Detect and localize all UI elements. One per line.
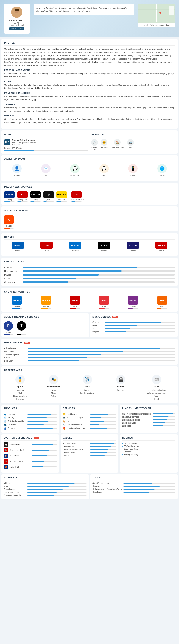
place-label: Mass merchants/department stores: [122, 413, 152, 415]
service-label: Development tools: [67, 424, 89, 426]
value-item: Focus on family: [63, 442, 116, 444]
product-label: Outerwear: [8, 424, 26, 426]
cats-icon: 🐱: [101, 139, 107, 146]
tool-label: Scientific equipment: [92, 482, 122, 484]
pref-item-sports: 🏅 Sports SwimmingGolfRunning/walkingTrac…: [13, 375, 28, 400]
shop-logo: amazon: [41, 296, 51, 305]
genre-item: Jazz: [92, 328, 175, 330]
products-services-places: PRODUCTS 👟 Footwear 💎 Jewelry 👔 Suits/bu…: [1, 405, 178, 433]
comm-label: Email: [44, 174, 48, 176]
work-box: WORK R·C Fitness Sales Consultant Resort…: [4, 133, 88, 151]
media-logo: qz: [43, 191, 54, 198]
work-logo: R·C: [4, 140, 10, 146]
service-bar: [90, 421, 116, 422]
events-values-hobbies: EVENTS/CONFERENCES BETA ⚾ World Series 🎭…: [1, 434, 178, 473]
genre-bar: [105, 325, 175, 326]
value-label: Focus on family: [63, 442, 89, 444]
social-label: Reddit: [6, 225, 12, 227]
work-title: WORK: [4, 133, 88, 137]
services-title: SERVICES: [63, 407, 116, 411]
place-bar: [153, 422, 175, 423]
brand-bar: [12, 252, 24, 253]
event-label: NBA Finals: [10, 466, 30, 468]
svg-text:+: +: [170, 6, 171, 8]
svg-point-10: [160, 12, 161, 14]
avatar: [11, 6, 22, 18]
pref-cat: Movies: [117, 385, 124, 388]
comm-icon: 💬: [70, 164, 80, 173]
brand-item-skechers: Skechers Skechers: [126, 242, 139, 253]
brand-logo: KOHLS: [155, 242, 168, 249]
media-name: NASCAR: [58, 198, 66, 201]
communication-section: COMMUNICATION 👤 In person ✉️ Email 💬 Mes…: [1, 155, 178, 181]
work-company2: Resort Lifestyle Communities: [12, 142, 36, 144]
work-industry: Hospitality: [12, 144, 20, 146]
event-badge: ⚾: [4, 442, 8, 447]
content-item: Reviews: [4, 266, 175, 268]
stream-item-pandora: P Pandora: [4, 321, 13, 335]
shop-bar: [157, 308, 167, 309]
pref-icon: ✈️: [83, 375, 92, 384]
shop-logo: Wayfair: [128, 296, 138, 305]
shop-item-walmart: Walmart Walmart: [12, 296, 22, 309]
product-label: Dresses: [8, 427, 26, 429]
event-item: ⚾ World Series: [4, 442, 57, 447]
events-col: EVENTS/CONFERENCES BETA ⚾ World Series 🎭…: [1, 434, 59, 473]
comm-bar: [99, 178, 109, 178]
media-item-sports-illustrated: SI Sports Illustrated: [70, 191, 84, 202]
value-label: Healthy/fit living: [63, 446, 89, 448]
media-section: MEDIA/NEWS SOURCES Disney Disney VF Vani…: [1, 183, 178, 205]
pref-item-travel: ✈️ Travel BusinessFamily vacations: [80, 375, 95, 400]
shop-bar: [12, 308, 22, 309]
product-bar: [27, 417, 57, 418]
shop-logo: Etsy: [157, 296, 167, 305]
product-icon: 🧥: [4, 424, 6, 426]
event-label: World Series: [10, 444, 30, 446]
interest-bar: [27, 495, 87, 496]
apartment-icon: 🏠: [114, 139, 121, 146]
hobby-item: BBQ/grilling recipes: [122, 445, 175, 447]
shop-item-wayfair: Wayfair Wayfair: [128, 296, 138, 309]
genre-bar: [105, 328, 175, 329]
genres-section: MUSIC GENRES BETA Country Blues Jazz Reg…: [90, 313, 178, 337]
pref-subitems: SwimmingGolfRunning/walkingTrack/field: [13, 389, 27, 400]
interest-item: Navy: [4, 485, 87, 487]
places-col: PLACES LIKELY TO VISIT Mass merchants/de…: [120, 405, 178, 433]
media-item-disney: Disney Disney: [4, 191, 14, 202]
media-name: Vanity Fair: [18, 198, 27, 201]
service-item: 🧺 Laundry: [63, 420, 116, 422]
van-icon: 🚐: [127, 139, 134, 146]
pref-item-entertainment: 🎭 Entertainment DanceMagicActing: [46, 375, 61, 400]
artist-item: Billie Eilish: [4, 360, 175, 362]
service-bar: [90, 428, 116, 429]
content-label: How to guides: [4, 270, 21, 272]
media-name: Gallup: [33, 198, 38, 201]
interest-label: Navy: [4, 485, 26, 487]
stream-bar: [4, 334, 13, 335]
brand-logo: adidas: [98, 242, 110, 249]
product-item: 💎 Jewelry: [4, 416, 57, 419]
brand-item-adidas: adidas Adidas: [97, 242, 110, 253]
service-icon: 💳: [63, 413, 66, 416]
hobbies-col: HOBBIES Hiking/campingBBQ/grilling recip…: [120, 434, 178, 473]
preferences-section: PREFERENCES 🏅 Sports SwimmingGolfRunning…: [1, 366, 178, 404]
profile-section: PROFILE Candela Araujo is a 33-year-old …: [1, 39, 178, 129]
genre-item: Country: [92, 321, 175, 323]
profile-title: PROFILE: [4, 42, 175, 46]
profile-website[interactable]: JCPENNEY.COM: [9, 28, 24, 30]
social-item-reddit: r/ Reddit: [4, 215, 14, 229]
aspirations-text: Candela aspires to have a balanced and f…: [4, 72, 175, 78]
pains-text: Candela faces challenges in finding the …: [4, 95, 175, 101]
tools-col: TOOLS Scientific equipment Calendars Col…: [90, 474, 178, 499]
value-item: Healthy eating: [63, 451, 116, 454]
artist-bar: [28, 351, 175, 352]
event-item: 🎭 Beauty and the Beast: [4, 448, 57, 452]
place-item: Beaches/islands: [122, 422, 175, 424]
product-label: Footwear: [8, 413, 26, 415]
cats-label: Has cats: [101, 146, 108, 148]
comm-title: COMMUNICATION: [4, 158, 175, 162]
genre-item: Blues: [92, 324, 175, 326]
social-icon: r/: [4, 215, 14, 224]
interest-item: Pregnancy/maternity: [4, 494, 87, 496]
genre-bar: [105, 331, 175, 332]
